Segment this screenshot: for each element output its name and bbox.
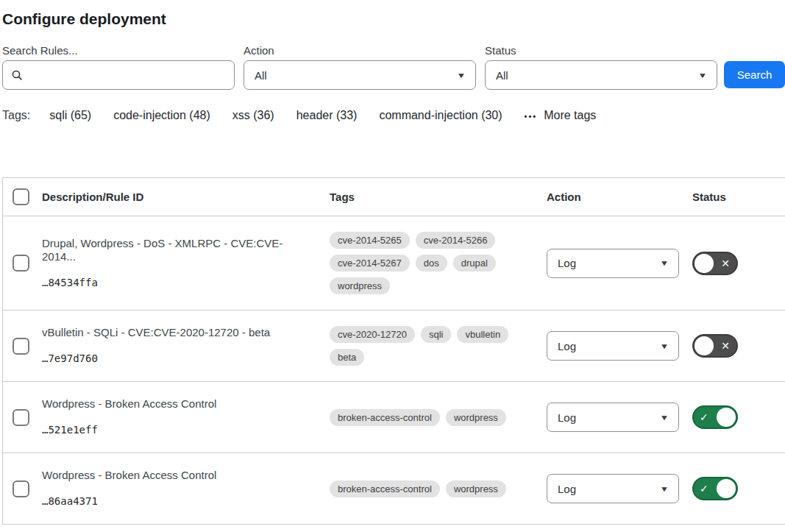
status-filter-value: All: [496, 69, 508, 82]
table-row: Wordpress - Broken Access Control …86aa4…: [3, 453, 785, 525]
rule-action-cell: Log ▼: [547, 331, 692, 361]
row-checkbox[interactable]: [13, 255, 29, 272]
action-value: Log: [558, 257, 576, 269]
rule-id: …7e97d760: [42, 351, 315, 366]
header-description: Description/Rule ID: [32, 191, 330, 203]
search-input[interactable]: [29, 68, 226, 82]
rule-id: …521e1eff: [42, 422, 315, 437]
header-tags: Tags: [330, 191, 547, 203]
rule-tags-cell: cve-2020-12720 sqli vbulletin beta: [330, 326, 547, 366]
tag-link-xss[interactable]: xss (36): [232, 109, 274, 122]
tag-pill: cve-2020-12720: [330, 326, 415, 343]
action-select[interactable]: Log ▼: [547, 402, 679, 432]
tags-bar-label: Tags:: [2, 109, 30, 122]
toggle-knob: [717, 479, 736, 498]
row-checkbox-cell: [3, 255, 32, 272]
search-field: Search Rules...: [2, 44, 235, 90]
rule-description-cell: Wordpress - Broken Access Control …86aa4…: [32, 469, 330, 508]
status-filter-select[interactable]: All ▼: [485, 60, 717, 90]
action-filter-select[interactable]: All ▼: [244, 60, 476, 90]
more-tags-label: More tags: [544, 109, 596, 122]
tags-bar: Tags: sqli (65) code-injection (48) xss …: [2, 109, 785, 122]
action-select[interactable]: Log ▼: [547, 249, 679, 278]
tag-pill: drupal: [453, 255, 496, 272]
rule-status-cell: ✓ ✕: [692, 252, 785, 275]
row-checkbox-cell: [3, 409, 32, 426]
table-row: Wordpress - Broken Access Control …521e1…: [3, 382, 785, 453]
action-select[interactable]: Log ▼: [547, 331, 679, 361]
chevron-down-icon: ▼: [660, 342, 669, 350]
tag-pill: wordpress: [330, 277, 390, 294]
rule-status-cell: ✓ ✕: [692, 405, 785, 429]
action-filter-value: All: [255, 69, 267, 82]
ellipsis-icon: •••: [525, 110, 538, 121]
search-label: Search Rules...: [2, 44, 235, 57]
status-toggle[interactable]: ✓ ✕: [692, 252, 738, 275]
tag-link-command-injection[interactable]: command-injection (30): [379, 109, 502, 122]
tag-pill-line: cve-2020-12720 sqli vbulletin: [330, 326, 547, 343]
select-all-checkbox[interactable]: [13, 188, 29, 205]
table-row: Drupal, Wordpress - DoS - XMLRPC - CVE:C…: [3, 216, 785, 311]
status-toggle[interactable]: ✓ ✕: [692, 334, 738, 358]
tag-pill-line: beta: [330, 349, 547, 366]
rule-action-cell: Log ▼: [547, 249, 692, 278]
status-toggle[interactable]: ✓ ✕: [692, 477, 738, 500]
rule-tags-cell: cve-2014-5265 cve-2014-5266 cve-2014-526…: [330, 232, 547, 294]
tag-pill: wordpress: [446, 480, 506, 497]
rule-tags-cell: broken-access-control wordpress: [330, 480, 547, 497]
rule-status-cell: ✓ ✕: [692, 477, 785, 500]
table-row: vBulletin - SQLi - CVE:CVE-2020-12720 - …: [3, 311, 785, 382]
tag-link-code-injection[interactable]: code-injection (48): [113, 109, 210, 122]
tag-link-header[interactable]: header (33): [296, 109, 358, 122]
tag-pill-line: broken-access-control wordpress: [330, 409, 547, 426]
chevron-down-icon: ▼: [698, 71, 708, 79]
rule-description: vBulletin - SQLi - CVE:CVE-2020-12720 - …: [42, 326, 315, 339]
status-toggle[interactable]: ✓ ✕: [692, 405, 738, 429]
tag-pill: broken-access-control: [330, 480, 440, 497]
tag-pill: cve-2014-5265: [330, 232, 410, 249]
tag-pill: beta: [330, 349, 364, 366]
header-action: Action: [547, 191, 692, 203]
rule-description-cell: Drupal, Wordpress - DoS - XMLRPC - CVE:C…: [32, 237, 330, 290]
more-tags-button[interactable]: ••• More tags: [525, 109, 597, 122]
rule-description: Wordpress - Broken Access Control: [42, 469, 315, 482]
tag-pill: cve-2014-5267: [330, 255, 410, 272]
page-title: Configure deployment: [2, 10, 785, 28]
check-icon: ✓: [700, 483, 708, 494]
status-filter-field: Status All ▼: [485, 44, 717, 90]
action-value: Log: [558, 483, 576, 495]
x-icon: ✕: [721, 341, 730, 351]
chevron-down-icon: ▼: [457, 71, 466, 79]
search-button[interactable]: Search: [724, 61, 785, 88]
search-icon: [11, 69, 23, 81]
rule-description-cell: Wordpress - Broken Access Control …521e1…: [32, 397, 330, 437]
rule-description-cell: vBulletin - SQLi - CVE:CVE-2020-12720 - …: [32, 326, 330, 366]
tag-pill: sqli: [421, 326, 452, 343]
tag-pill: vbulletin: [457, 326, 508, 343]
table-header-row: Description/Rule ID Tags Action Status: [3, 178, 785, 216]
x-icon: ✕: [721, 258, 730, 269]
action-select[interactable]: Log ▼: [547, 474, 679, 503]
toggle-knob: [695, 336, 714, 355]
row-checkbox[interactable]: [13, 409, 29, 426]
action-filter-label: Action: [244, 44, 476, 57]
tag-pill: broken-access-control: [330, 409, 440, 426]
row-checkbox-cell: [3, 338, 32, 355]
toggle-knob: [695, 254, 714, 273]
row-checkbox[interactable]: [13, 480, 29, 497]
tag-pill: dos: [416, 255, 447, 272]
tag-link-sqli[interactable]: sqli (65): [49, 109, 91, 122]
header-status: Status: [692, 191, 785, 203]
search-input-box[interactable]: [2, 60, 235, 90]
chevron-down-icon: ▼: [660, 414, 669, 422]
row-checkbox[interactable]: [13, 338, 29, 355]
rule-description: Drupal, Wordpress - DoS - XMLRPC - CVE:C…: [42, 237, 315, 263]
rule-action-cell: Log ▼: [547, 402, 692, 432]
row-checkbox-cell: [3, 480, 32, 497]
chevron-down-icon: ▼: [660, 259, 669, 267]
rule-description: Wordpress - Broken Access Control: [42, 397, 315, 411]
tag-pill-line: wordpress: [330, 277, 547, 294]
chevron-down-icon: ▼: [660, 485, 669, 493]
rule-id: …84534ffa: [42, 275, 315, 290]
tag-pill: wordpress: [446, 409, 506, 426]
